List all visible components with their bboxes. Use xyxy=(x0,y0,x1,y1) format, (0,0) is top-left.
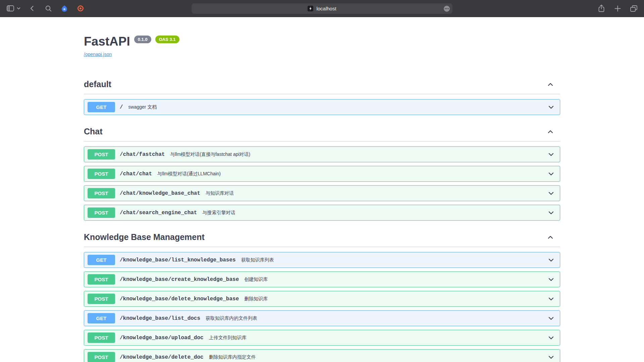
endpoint-description: 与llm模型对话(通过LLMChain) xyxy=(157,171,221,177)
method-badge: POST xyxy=(88,188,115,198)
method-badge: POST xyxy=(88,149,115,160)
endpoint-description: 删除知识库内指定文件 xyxy=(209,354,256,360)
endpoint-row[interactable]: POST/knowledge_base/delete_doc删除知识库内指定文件 xyxy=(84,349,560,362)
endpoint-path: /knowledge_base/list_docs xyxy=(120,315,200,321)
method-badge: POST xyxy=(88,169,115,179)
endpoint-description: 获取知识库内的文件列表 xyxy=(206,315,257,321)
chevron-down-icon[interactable] xyxy=(546,170,556,178)
endpoint-row[interactable]: GET/swagger 文档 xyxy=(84,99,560,115)
browser-toolbar: localhost xyxy=(0,0,644,17)
section-title: Knowledge Base Management xyxy=(84,232,205,242)
api-section: ChatPOST/chat/fastchat与llm模型对话(直接与fastch… xyxy=(84,124,560,221)
section-header[interactable]: default xyxy=(84,77,560,94)
method-badge: GET xyxy=(88,255,115,265)
endpoint-row[interactable]: POST/chat/search_engine_chat与搜索引擎对话 xyxy=(84,205,560,221)
method-badge: GET xyxy=(88,313,115,323)
endpoint-path: /chat/chat xyxy=(120,171,152,177)
method-badge: POST xyxy=(88,352,115,362)
search-icon[interactable] xyxy=(44,3,53,14)
endpoint-path: /knowledge_base/list_knowledge_bases xyxy=(120,257,236,263)
chevron-down-icon[interactable] xyxy=(546,256,556,264)
method-badge: POST xyxy=(88,294,115,304)
url-text: localhost xyxy=(316,6,336,11)
endpoint-path: /knowledge_base/create_knowledge_base xyxy=(120,277,239,283)
chevron-down-icon[interactable] xyxy=(546,190,556,197)
api-info: FastAPI 0.1.0 OAS 3.1 /openapi.json xyxy=(84,17,560,57)
method-badge: POST xyxy=(88,274,115,285)
endpoint-row[interactable]: POST/chat/knowledge_base_chat与知识库对话 xyxy=(84,185,560,201)
endpoint-row[interactable]: GET/knowledge_base/list_docs获取知识库内的文件列表 xyxy=(84,310,560,326)
api-section: defaultGET/swagger 文档 xyxy=(84,77,560,115)
page-title: FastAPI xyxy=(84,35,130,49)
sidebar-chevron-down-icon[interactable] xyxy=(16,3,20,14)
endpoint-path: /chat/fastchat xyxy=(120,152,165,158)
endpoint-description: 与llm模型对话(直接与fastchat api对话) xyxy=(170,152,250,158)
chevron-up-icon[interactable] xyxy=(547,234,559,241)
chevron-down-icon[interactable] xyxy=(546,295,556,303)
back-icon[interactable] xyxy=(28,3,37,14)
method-badge: POST xyxy=(88,207,115,218)
new-tab-icon[interactable] xyxy=(613,3,622,14)
endpoint-path: /knowledge_base/delete_doc xyxy=(120,354,204,360)
site-favicon xyxy=(308,6,313,11)
endpoint-path: / xyxy=(120,104,123,110)
share-icon[interactable] xyxy=(597,3,606,14)
chevron-down-icon[interactable] xyxy=(546,315,556,322)
toolbar-left-group xyxy=(6,3,85,14)
endpoint-path: /knowledge_base/delete_knowledge_base xyxy=(120,296,239,302)
endpoint-path: /chat/search_engine_chat xyxy=(120,210,197,216)
endpoint-description: 创建知识库 xyxy=(244,277,268,283)
endpoint-row[interactable]: POST/knowledge_base/create_knowledge_bas… xyxy=(84,272,560,287)
address-bar[interactable]: localhost xyxy=(192,3,452,14)
tab-overview-icon[interactable] xyxy=(629,3,638,14)
extension-record-icon[interactable] xyxy=(76,3,85,14)
endpoint-path: /chat/knowledge_base_chat xyxy=(120,190,200,196)
chevron-down-icon[interactable] xyxy=(546,334,556,342)
endpoint-description: swagger 文档 xyxy=(128,104,157,110)
endpoint-row[interactable]: GET/knowledge_base/list_knowledge_bases获… xyxy=(84,252,560,268)
page-body: FastAPI 0.1.0 OAS 3.1 /openapi.json defa… xyxy=(0,17,644,362)
endpoint-path: /knowledge_base/upload_doc xyxy=(120,335,204,341)
endpoint-description: 与搜索引擎对话 xyxy=(202,210,235,216)
chevron-down-icon[interactable] xyxy=(546,354,556,361)
endpoint-description: 获取知识库列表 xyxy=(241,257,274,263)
chevron-down-icon[interactable] xyxy=(546,276,556,283)
openapi-json-link[interactable]: /openapi.json xyxy=(84,52,112,57)
version-badge: 0.1.0 xyxy=(134,36,151,43)
chevron-up-icon[interactable] xyxy=(547,128,559,135)
toolbar-right-group xyxy=(597,3,638,14)
endpoint-description: 上传文件到知识库 xyxy=(209,335,247,341)
endpoint-description: 删除知识库 xyxy=(244,296,268,302)
endpoint-row[interactable]: POST/chat/chat与llm模型对话(通过LLMChain) xyxy=(84,166,560,182)
extension-blue-icon[interactable] xyxy=(60,3,69,14)
section-header[interactable]: Knowledge Base Management xyxy=(84,230,560,247)
method-badge: POST xyxy=(88,333,115,343)
endpoint-description: 与知识库对话 xyxy=(206,190,234,196)
endpoint-row[interactable]: POST/chat/fastchat与llm模型对话(直接与fastchat a… xyxy=(84,146,560,162)
chevron-down-icon[interactable] xyxy=(546,104,556,111)
method-badge: GET xyxy=(88,102,115,112)
chevron-down-icon[interactable] xyxy=(546,151,556,158)
chevron-up-icon[interactable] xyxy=(547,81,559,88)
sidebar-toggle-icon[interactable] xyxy=(6,3,15,14)
api-sections: defaultGET/swagger 文档ChatPOST/chat/fastc… xyxy=(84,77,560,362)
section-title: default xyxy=(84,79,111,89)
endpoint-row[interactable]: POST/knowledge_base/delete_knowledge_bas… xyxy=(84,291,560,307)
oas-badge: OAS 3.1 xyxy=(155,36,179,43)
chevron-down-icon[interactable] xyxy=(546,209,556,217)
section-title: Chat xyxy=(84,127,103,136)
page-settings-icon[interactable] xyxy=(443,5,450,13)
endpoint-row[interactable]: POST/knowledge_base/upload_doc上传文件到知识库 xyxy=(84,330,560,346)
section-header[interactable]: Chat xyxy=(84,124,560,141)
api-section: Knowledge Base ManagementGET/knowledge_b… xyxy=(84,230,560,362)
